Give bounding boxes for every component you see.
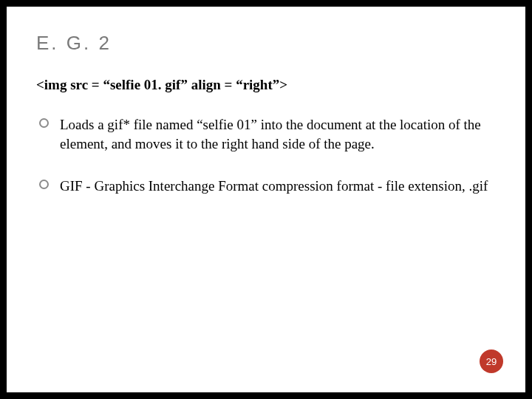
slide-title: E. G. 2	[36, 32, 496, 55]
page-number-badge: 29	[480, 349, 503, 373]
list-item: Loads a gif* file named “selfie 01” into…	[39, 115, 496, 153]
circle-bullet-icon	[39, 180, 49, 189]
list-item: GIF - Graphics Interchange Format compre…	[39, 177, 496, 196]
circle-bullet-icon	[39, 118, 49, 128]
code-example: <img src = “selfie 01. gif” align = “rig…	[36, 77, 496, 93]
bullet-list: Loads a gif* file named “selfie 01” into…	[36, 115, 496, 196]
list-item-text: GIF - Graphics Interchange Format compre…	[60, 178, 488, 194]
page-number: 29	[486, 356, 497, 367]
list-item-text: Loads a gif* file named “selfie 01” into…	[60, 117, 481, 151]
slide: E. G. 2 <img src = “selfie 01. gif” alig…	[7, 7, 525, 392]
